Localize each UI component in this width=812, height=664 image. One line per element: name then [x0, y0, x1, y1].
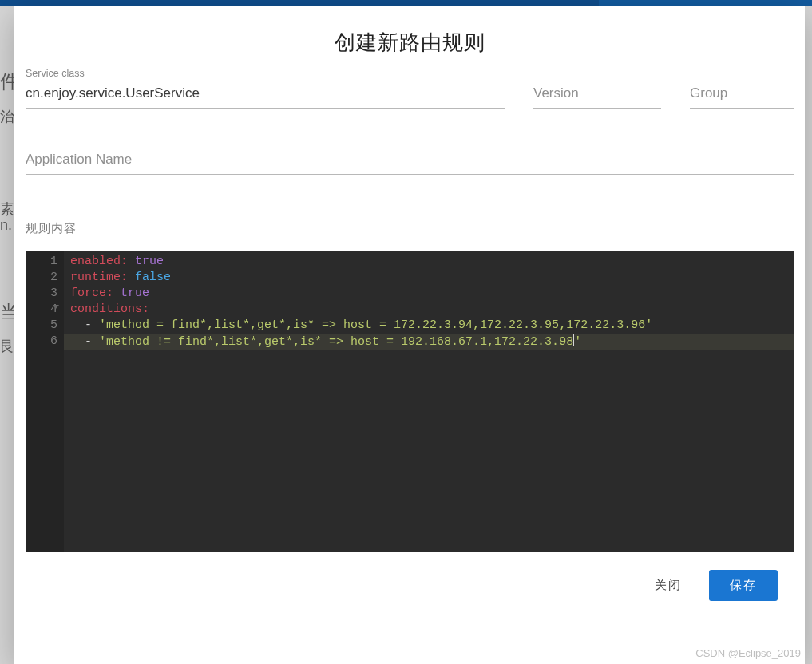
- background-page-peek: 件 治 素 n. 当 艮: [0, 0, 14, 664]
- create-route-rule-dialog: 创建新路由规则 Service class 规则内容 123456 enable…: [14, 6, 805, 664]
- service-class-input[interactable]: [26, 81, 505, 109]
- version-input[interactable]: [533, 81, 661, 109]
- save-button[interactable]: 保存: [709, 570, 778, 601]
- dialog-title: 创建新路由规则: [14, 6, 805, 81]
- rule-content-editor[interactable]: 123456 enabled: trueruntime: falseforce:…: [26, 251, 794, 552]
- group-input[interactable]: [690, 81, 794, 109]
- close-button[interactable]: 关闭: [652, 573, 685, 598]
- editor-gutter: 123456: [26, 251, 64, 552]
- rule-content-label: 规则内容: [26, 221, 794, 236]
- editor-code[interactable]: enabled: trueruntime: falseforce: trueco…: [64, 251, 794, 552]
- application-name-input[interactable]: [26, 147, 794, 175]
- service-class-field: Service class: [26, 81, 505, 109]
